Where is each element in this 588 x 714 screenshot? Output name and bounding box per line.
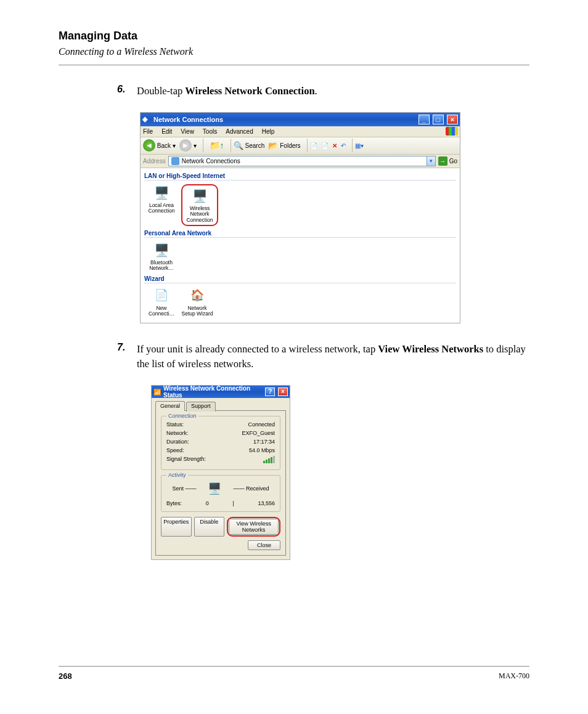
- step6-pre: Double-tap: [137, 85, 185, 97]
- screenshot-wireless-status: 📶 Wireless Network Connection Status ? ×…: [151, 385, 290, 560]
- bytes-sep: |: [232, 500, 234, 506]
- dialog-title: Wireless Network Connection Status: [163, 385, 264, 399]
- windows-flag-icon: [446, 127, 458, 136]
- forward-button[interactable]: ► ▾: [179, 139, 197, 152]
- page-number: 268: [59, 671, 72, 681]
- minimize-button[interactable]: _: [419, 115, 430, 124]
- move-to-button[interactable]: 📄: [310, 142, 317, 149]
- view-wireless-networks-button[interactable]: View Wireless Networks: [229, 519, 279, 535]
- nc-label: New Connecti…: [145, 306, 178, 317]
- undo-button[interactable]: ↶: [341, 142, 346, 149]
- received-label: —— Received: [233, 485, 269, 492]
- window-titlebar: ◆ Network Connections _ □ ×: [141, 113, 460, 126]
- step-6: 6. Double-tap Wireless Network Connectio…: [59, 84, 529, 99]
- tab-general[interactable]: General: [155, 401, 185, 411]
- network-value: EXFO_Guest: [242, 430, 275, 436]
- nsw-label: Network Setup Wizard: [181, 306, 213, 317]
- up-button[interactable]: 📁↑: [210, 140, 224, 150]
- bluetooth-icon: 🖥️: [152, 241, 171, 259]
- network-label: Network:: [166, 430, 189, 436]
- category-lan: LAN or High-Speed Internet: [144, 171, 456, 181]
- setup-wizard-icon: 🏠: [188, 287, 206, 304]
- window-buttons: _ □ ×: [417, 115, 458, 124]
- address-field[interactable]: Network Connections: [168, 156, 427, 166]
- dialog-close-button[interactable]: ×: [278, 387, 288, 396]
- step-number: 7.: [117, 342, 137, 371]
- views-button[interactable]: ▦▾: [355, 142, 364, 149]
- icon-local-area-connection[interactable]: 🖥️ Local Area Connection: [145, 184, 178, 226]
- speed-label: Speed:: [166, 447, 184, 453]
- menu-tools[interactable]: Tools: [203, 128, 217, 135]
- back-button[interactable]: ◄ Back ▾: [143, 139, 176, 152]
- disable-button[interactable]: Disable: [194, 517, 225, 537]
- fieldset-connection: Connection Status:Connected Network:EXFO…: [161, 416, 280, 470]
- lan-icon: 🖥️: [152, 184, 171, 201]
- bt-label: Bluetooth Network…: [145, 260, 178, 272]
- screenshot-network-connections: ◆ Network Connections _ □ × File Edit Vi…: [140, 112, 460, 323]
- toolbar: ◄ Back ▾ ► ▾ 📁↑ 🔍Search 📂Folders 📄 📄 ✕ ↶…: [141, 137, 460, 155]
- search-button[interactable]: 🔍Search: [234, 141, 265, 150]
- maximize-button[interactable]: □: [433, 115, 444, 124]
- new-connection-icon: 📄: [152, 287, 171, 304]
- menu-edit[interactable]: Edit: [161, 128, 172, 135]
- wireless-icon: 🖥️: [190, 187, 209, 205]
- bytes-label: Bytes:: [166, 500, 182, 506]
- copy-to-button[interactable]: 📄: [321, 142, 329, 149]
- activity-icon: 🖥️: [208, 482, 221, 495]
- category-wizard: Wizard: [144, 274, 456, 283]
- menu-help[interactable]: Help: [262, 128, 275, 135]
- search-label: Search: [245, 142, 265, 149]
- address-dropdown[interactable]: ▼: [427, 156, 436, 166]
- step-text: If your unit is already connected to a w…: [137, 342, 529, 371]
- dialog-titlebar: 📶 Wireless Network Connection Status ? ×: [152, 386, 290, 398]
- icon-wireless-network-connection[interactable]: 🖥️ Wireless Network Connection: [184, 187, 215, 223]
- signal-bars-icon: [263, 456, 275, 463]
- step6-bold: Wireless Network Connection: [185, 85, 314, 97]
- window-title: Network Connections: [153, 116, 417, 123]
- bytes-sent: 0: [206, 500, 209, 506]
- section-title: Connecting to a Wireless Network: [59, 46, 529, 57]
- window-body: LAN or High-Speed Internet 🖥️ Local Area…: [141, 168, 460, 323]
- help-button[interactable]: ?: [265, 387, 275, 396]
- page-footer: 268 MAX-700: [59, 666, 529, 681]
- legend-activity: Activity: [166, 472, 188, 478]
- menu-file[interactable]: File: [143, 128, 153, 135]
- step-number: 6.: [117, 84, 137, 99]
- folders-button[interactable]: 📂Folders: [268, 141, 300, 150]
- fieldset-activity: Activity Sent —— 🖥️ —— Received Bytes: 0…: [161, 475, 280, 512]
- dialog-buttons: Properties Disable View Wireless Network…: [161, 517, 280, 537]
- step-7: 7. If your unit is already connected to …: [59, 342, 529, 371]
- duration-label: Duration:: [166, 439, 189, 445]
- wnc-l3: Connection: [184, 217, 215, 223]
- highlight-view-wireless: View Wireless Networks: [227, 517, 280, 537]
- status-value: Connected: [248, 421, 275, 428]
- go-label: Go: [449, 158, 457, 164]
- chapter-title: Managing Data: [59, 30, 529, 43]
- menu-view[interactable]: View: [181, 128, 194, 135]
- wireless-title-icon: 📶: [153, 389, 161, 396]
- icon-bluetooth-network[interactable]: 🖥️ Bluetooth Network…: [145, 241, 178, 272]
- legend-connection: Connection: [166, 413, 198, 419]
- back-label: Back: [157, 142, 171, 149]
- menu-bar: File Edit View Tools Advanced Help: [141, 126, 460, 137]
- highlight-wireless: 🖥️ Wireless Network Connection: [181, 184, 218, 226]
- icon-new-connection[interactable]: 📄 New Connecti…: [145, 287, 178, 317]
- delete-button[interactable]: ✕: [332, 142, 337, 149]
- tab-strip: General Support: [155, 400, 286, 411]
- duration-value: 17:17:34: [253, 439, 275, 445]
- category-pan: Personal Area Network: [144, 229, 456, 238]
- close-dialog-button[interactable]: Close: [248, 540, 280, 550]
- step6-post: .: [315, 85, 317, 97]
- properties-button[interactable]: Properties: [161, 517, 192, 537]
- status-label: Status:: [166, 421, 184, 428]
- bytes-received: 13,556: [258, 500, 275, 506]
- close-button[interactable]: ×: [447, 115, 458, 124]
- go-button[interactable]: →Go: [438, 156, 457, 166]
- menu-advanced[interactable]: Advanced: [226, 128, 253, 135]
- step-text: Double-tap Wireless Network Connection.: [137, 84, 317, 99]
- tab-support[interactable]: Support: [186, 402, 216, 412]
- window-icon: ◆: [142, 115, 151, 123]
- address-bar: Address Network Connections ▼ →Go: [141, 155, 460, 168]
- tab-panel-general: Connection Status:Connected Network:EXFO…: [155, 411, 286, 556]
- icon-network-setup-wizard[interactable]: 🏠 Network Setup Wizard: [181, 287, 213, 317]
